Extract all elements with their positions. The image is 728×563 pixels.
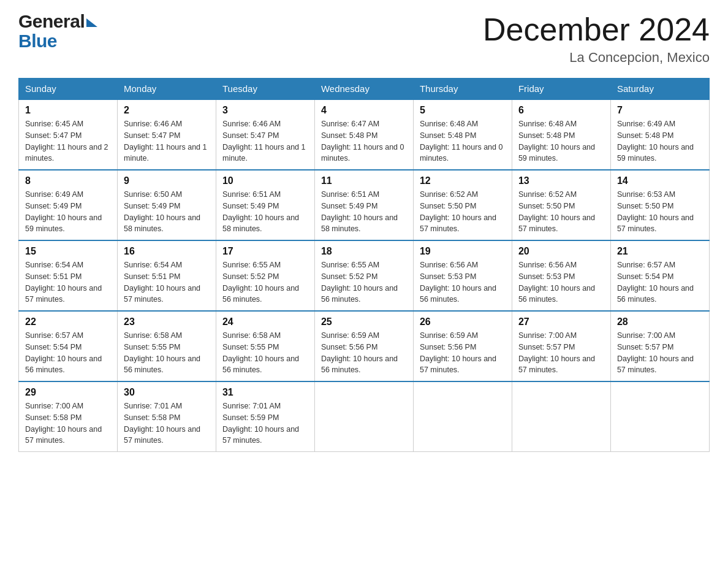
calendar-cell: 23 Sunrise: 6:58 AM Sunset: 5:55 PM Dayl… xyxy=(117,311,216,381)
day-info: Sunrise: 6:45 AM Sunset: 5:47 PM Dayligh… xyxy=(25,118,111,164)
day-info: Sunrise: 6:49 AM Sunset: 5:49 PM Dayligh… xyxy=(25,189,111,235)
day-info: Sunrise: 6:56 AM Sunset: 5:53 PM Dayligh… xyxy=(420,259,506,305)
calendar-cell: 19 Sunrise: 6:56 AM Sunset: 5:53 PM Dayl… xyxy=(413,240,512,311)
day-info: Sunrise: 7:01 AM Sunset: 5:58 PM Dayligh… xyxy=(124,400,210,446)
calendar-cell: 29 Sunrise: 7:00 AM Sunset: 5:58 PM Dayl… xyxy=(19,381,118,452)
day-info: Sunrise: 6:59 AM Sunset: 5:56 PM Dayligh… xyxy=(420,330,506,376)
day-number: 21 xyxy=(617,246,703,257)
day-number: 16 xyxy=(124,246,210,257)
location-title: La Concepcion, Mexico xyxy=(483,50,710,66)
calendar-cell: 31 Sunrise: 7:01 AM Sunset: 5:59 PM Dayl… xyxy=(216,381,314,452)
day-info: Sunrise: 6:46 AM Sunset: 5:47 PM Dayligh… xyxy=(124,118,210,164)
calendar-cell: 9 Sunrise: 6:50 AM Sunset: 5:49 PM Dayli… xyxy=(117,170,216,240)
calendar-cell: 24 Sunrise: 6:58 AM Sunset: 5:55 PM Dayl… xyxy=(216,311,314,381)
calendar-cell: 1 Sunrise: 6:45 AM Sunset: 5:47 PM Dayli… xyxy=(19,99,118,170)
day-number: 22 xyxy=(25,316,111,327)
month-title: December 2024 xyxy=(483,12,710,47)
calendar-cell xyxy=(413,381,512,452)
day-number: 19 xyxy=(420,246,506,257)
day-number: 4 xyxy=(321,105,407,116)
day-number: 8 xyxy=(25,175,111,186)
calendar-cell: 2 Sunrise: 6:46 AM Sunset: 5:47 PM Dayli… xyxy=(117,99,216,170)
day-number: 31 xyxy=(222,387,308,398)
weekday-header-wednesday: Wednesday xyxy=(314,79,413,100)
calendar-cell: 18 Sunrise: 6:55 AM Sunset: 5:52 PM Dayl… xyxy=(314,240,413,311)
calendar-cell: 22 Sunrise: 6:57 AM Sunset: 5:54 PM Dayl… xyxy=(19,311,118,381)
week-row-2: 8 Sunrise: 6:49 AM Sunset: 5:49 PM Dayli… xyxy=(19,170,710,240)
calendar-cell: 30 Sunrise: 7:01 AM Sunset: 5:58 PM Dayl… xyxy=(117,381,216,452)
day-info: Sunrise: 6:54 AM Sunset: 5:51 PM Dayligh… xyxy=(25,259,111,305)
day-info: Sunrise: 6:46 AM Sunset: 5:47 PM Dayligh… xyxy=(222,118,308,164)
weekday-header-saturday: Saturday xyxy=(610,79,709,100)
calendar-cell: 16 Sunrise: 6:54 AM Sunset: 5:51 PM Dayl… xyxy=(117,240,216,311)
day-info: Sunrise: 6:51 AM Sunset: 5:49 PM Dayligh… xyxy=(321,189,407,235)
day-number: 25 xyxy=(321,316,407,327)
day-info: Sunrise: 6:48 AM Sunset: 5:48 PM Dayligh… xyxy=(420,118,506,164)
calendar-cell: 4 Sunrise: 6:47 AM Sunset: 5:48 PM Dayli… xyxy=(314,99,413,170)
day-info: Sunrise: 6:47 AM Sunset: 5:48 PM Dayligh… xyxy=(321,118,407,164)
day-number: 18 xyxy=(321,246,407,257)
day-number: 1 xyxy=(25,105,111,116)
day-info: Sunrise: 7:00 AM Sunset: 5:58 PM Dayligh… xyxy=(25,400,111,446)
day-number: 2 xyxy=(124,105,210,116)
day-number: 11 xyxy=(321,175,407,186)
day-info: Sunrise: 6:54 AM Sunset: 5:51 PM Dayligh… xyxy=(124,259,210,305)
day-number: 13 xyxy=(518,175,604,186)
calendar-cell xyxy=(512,381,610,452)
day-number: 12 xyxy=(420,175,506,186)
calendar-cell: 7 Sunrise: 6:49 AM Sunset: 5:48 PM Dayli… xyxy=(610,99,709,170)
day-number: 20 xyxy=(518,246,604,257)
day-number: 29 xyxy=(25,387,111,398)
day-info: Sunrise: 6:56 AM Sunset: 5:53 PM Dayligh… xyxy=(518,259,604,305)
calendar-cell: 13 Sunrise: 6:52 AM Sunset: 5:50 PM Dayl… xyxy=(512,170,610,240)
day-number: 5 xyxy=(420,105,506,116)
logo-arrow-icon xyxy=(86,18,97,27)
calendar-cell: 26 Sunrise: 6:59 AM Sunset: 5:56 PM Dayl… xyxy=(413,311,512,381)
week-row-3: 15 Sunrise: 6:54 AM Sunset: 5:51 PM Dayl… xyxy=(19,240,710,311)
day-info: Sunrise: 6:55 AM Sunset: 5:52 PM Dayligh… xyxy=(321,259,407,305)
day-number: 9 xyxy=(124,175,210,186)
day-info: Sunrise: 6:55 AM Sunset: 5:52 PM Dayligh… xyxy=(222,259,308,305)
day-info: Sunrise: 6:48 AM Sunset: 5:48 PM Dayligh… xyxy=(518,118,604,164)
day-number: 3 xyxy=(222,105,308,116)
day-number: 26 xyxy=(420,316,506,327)
calendar-cell: 5 Sunrise: 6:48 AM Sunset: 5:48 PM Dayli… xyxy=(413,99,512,170)
calendar-cell: 21 Sunrise: 6:57 AM Sunset: 5:54 PM Dayl… xyxy=(610,240,709,311)
day-info: Sunrise: 6:57 AM Sunset: 5:54 PM Dayligh… xyxy=(25,330,111,376)
day-info: Sunrise: 6:52 AM Sunset: 5:50 PM Dayligh… xyxy=(420,189,506,235)
weekday-header-thursday: Thursday xyxy=(413,79,512,100)
day-number: 7 xyxy=(617,105,703,116)
day-info: Sunrise: 6:53 AM Sunset: 5:50 PM Dayligh… xyxy=(617,189,703,235)
weekday-header-tuesday: Tuesday xyxy=(216,79,314,100)
calendar-cell: 15 Sunrise: 6:54 AM Sunset: 5:51 PM Dayl… xyxy=(19,240,118,311)
calendar-cell: 14 Sunrise: 6:53 AM Sunset: 5:50 PM Dayl… xyxy=(610,170,709,240)
logo: General Blue xyxy=(18,12,97,52)
calendar-cell: 25 Sunrise: 6:59 AM Sunset: 5:56 PM Dayl… xyxy=(314,311,413,381)
day-info: Sunrise: 6:57 AM Sunset: 5:54 PM Dayligh… xyxy=(617,259,703,305)
week-row-5: 29 Sunrise: 7:00 AM Sunset: 5:58 PM Dayl… xyxy=(19,381,710,452)
day-info: Sunrise: 7:00 AM Sunset: 5:57 PM Dayligh… xyxy=(617,330,703,376)
weekday-header-sunday: Sunday xyxy=(19,79,118,100)
day-info: Sunrise: 6:58 AM Sunset: 5:55 PM Dayligh… xyxy=(124,330,210,376)
day-number: 30 xyxy=(124,387,210,398)
day-info: Sunrise: 6:49 AM Sunset: 5:48 PM Dayligh… xyxy=(617,118,703,164)
calendar-cell: 12 Sunrise: 6:52 AM Sunset: 5:50 PM Dayl… xyxy=(413,170,512,240)
day-info: Sunrise: 6:50 AM Sunset: 5:49 PM Dayligh… xyxy=(124,189,210,235)
day-number: 6 xyxy=(518,105,604,116)
calendar-table: SundayMondayTuesdayWednesdayThursdayFrid… xyxy=(18,78,710,452)
calendar-cell: 6 Sunrise: 6:48 AM Sunset: 5:48 PM Dayli… xyxy=(512,99,610,170)
logo-general-text: General xyxy=(18,12,85,31)
calendar-cell: 20 Sunrise: 6:56 AM Sunset: 5:53 PM Dayl… xyxy=(512,240,610,311)
title-section: December 2024 La Concepcion, Mexico xyxy=(483,12,710,66)
calendar-cell: 10 Sunrise: 6:51 AM Sunset: 5:49 PM Dayl… xyxy=(216,170,314,240)
day-info: Sunrise: 6:58 AM Sunset: 5:55 PM Dayligh… xyxy=(222,330,308,376)
day-number: 24 xyxy=(222,316,308,327)
day-info: Sunrise: 6:52 AM Sunset: 5:50 PM Dayligh… xyxy=(518,189,604,235)
day-number: 17 xyxy=(222,246,308,257)
day-number: 28 xyxy=(617,316,703,327)
day-number: 10 xyxy=(222,175,308,186)
day-number: 15 xyxy=(25,246,111,257)
calendar-cell: 28 Sunrise: 7:00 AM Sunset: 5:57 PM Dayl… xyxy=(610,311,709,381)
page-header: General Blue December 2024 La Concepcion… xyxy=(18,12,710,66)
day-info: Sunrise: 7:00 AM Sunset: 5:57 PM Dayligh… xyxy=(518,330,604,376)
